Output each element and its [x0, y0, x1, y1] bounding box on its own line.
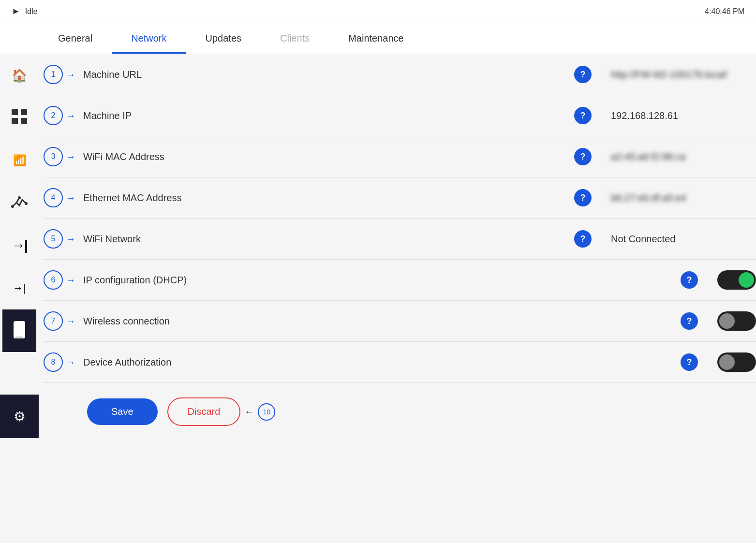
- wifi-mac-label: WiFi MAC Address: [83, 151, 574, 162]
- ethernet-mac-label: Ethernet MAC Address: [83, 192, 574, 204]
- machine-url-label: Machine URL: [83, 69, 574, 80]
- tabs-bar: General Network Updates Clients Maintena…: [0, 23, 756, 54]
- auth-toggle-track: [717, 352, 756, 372]
- auth-icon-slot: [2, 352, 36, 395]
- dhcp-icon: →|: [13, 282, 26, 294]
- wifi-icon-slot: 📶: [2, 139, 36, 182]
- auth-help[interactable]: ?: [681, 353, 698, 371]
- row-1-arrow: →: [66, 69, 75, 80]
- row-7-arrow: →: [66, 316, 75, 327]
- machine-url-value: http://FW-M2-100178.local/: [611, 69, 756, 80]
- wifi-network-icon-slot: →|: [2, 224, 36, 267]
- machine-url-row: 1 → Machine URL ? http://FW-M2-100178.lo…: [44, 54, 756, 95]
- wireless-toggle-thumb: [719, 313, 735, 329]
- dhcp-row: 6 → IP configuration (DHCP) ?: [44, 260, 756, 301]
- main-content: 🏠 📶: [0, 54, 756, 438]
- wireless-icon-slot: [2, 309, 36, 352]
- wifi-mac-row: 3 → WiFi MAC Address ? a2:45:a6:f2:98:ca: [44, 136, 756, 177]
- machine-ip-row: 2 → Machine IP ? 192.168.128.61: [44, 95, 756, 136]
- dhcp-toggle-track: [717, 270, 756, 290]
- wifi-network-help[interactable]: ?: [574, 230, 592, 248]
- machine-ip-label: Machine IP: [83, 110, 574, 121]
- machine-ip-help[interactable]: ?: [574, 107, 592, 124]
- row-5-arrow: →: [66, 234, 75, 245]
- row-3-arrow: →: [66, 151, 75, 162]
- svg-point-5: [25, 202, 28, 205]
- settings-rows: 1 → Machine URL ? http://FW-M2-100178.lo…: [39, 54, 756, 438]
- wireless-row: 7 → Wireless connection ?: [44, 301, 756, 342]
- row-7-number: 7: [44, 311, 63, 331]
- wifi-network-icon: →|: [12, 238, 27, 253]
- dhcp-help[interactable]: ?: [681, 271, 698, 289]
- discard-group: Discard ← 10: [167, 397, 276, 426]
- wifi-network-label: WiFi Network: [83, 234, 574, 245]
- discard-arrow-left: ←: [244, 406, 254, 417]
- wifi-network-row: 5 → WiFi Network ? Not Connected: [44, 219, 756, 260]
- idle-status: Idle: [25, 7, 38, 16]
- dhcp-icon-slot: →|: [2, 267, 36, 309]
- top-bar: ► Idle 4:40:46 PM: [0, 0, 756, 23]
- tab-clients: Clients: [261, 23, 329, 54]
- settings-icon: ⚙: [14, 409, 26, 425]
- row-8-number: 8: [44, 352, 63, 372]
- row-8-arrow: →: [66, 357, 75, 368]
- save-group: Save: [87, 398, 158, 425]
- move-icon-slot: [2, 97, 36, 139]
- ethernet-icon: [11, 193, 28, 213]
- dhcp-toggle-thumb: [739, 272, 754, 288]
- auth-row: 8 → Device Authorization ?: [44, 342, 756, 383]
- auth-toggle-thumb: [719, 354, 735, 370]
- dhcp-toggle[interactable]: [717, 270, 756, 290]
- ethernet-mac-value: b6:27:eb:df:a5:e4: [611, 192, 756, 204]
- wireless-bg-icon: [2, 309, 36, 352]
- svg-rect-0: [12, 109, 18, 115]
- ethernet-mac-help[interactable]: ?: [574, 189, 592, 206]
- wifi-mac-icon: 📶: [13, 154, 26, 167]
- wifi-mac-help[interactable]: ?: [574, 148, 592, 165]
- icon-column: 🏠 📶: [0, 54, 39, 438]
- discard-button[interactable]: Discard: [167, 397, 241, 426]
- row-5-number: 5: [44, 229, 63, 249]
- row-4-arrow: →: [66, 192, 75, 204]
- machine-url-help[interactable]: ?: [574, 66, 592, 83]
- settings-icon-slot: ⚙: [0, 395, 39, 438]
- svg-rect-2: [12, 118, 18, 124]
- wireless-toggle[interactable]: [717, 311, 756, 331]
- wireless-label: Wireless connection: [83, 316, 681, 327]
- tab-maintenance[interactable]: Maintenance: [329, 23, 423, 54]
- wireless-toggle-track: [717, 311, 756, 331]
- svg-point-4: [11, 205, 14, 208]
- move-icon: [11, 108, 28, 128]
- auth-label: Device Authorization: [83, 357, 681, 368]
- clock: 4:40:46 PM: [705, 7, 744, 16]
- ethernet-icon-slot: [2, 182, 36, 224]
- tab-updates[interactable]: Updates: [186, 23, 261, 54]
- row-6-number: 6: [44, 270, 63, 290]
- ethernet-mac-row: 4 → Ethernet MAC Address ? b6:27:eb:df:a…: [44, 177, 756, 219]
- tab-general[interactable]: General: [39, 23, 112, 54]
- play-icon: ►: [12, 6, 20, 16]
- discard-number: 10: [258, 403, 275, 421]
- row-1-number: 1: [44, 65, 63, 84]
- machine-ip-value: 192.168.128.61: [611, 110, 756, 121]
- row-4-number: 4: [44, 188, 63, 207]
- wireless-help[interactable]: ?: [681, 312, 698, 330]
- svg-rect-8: [15, 337, 23, 338]
- top-bar-left: ► Idle: [12, 6, 38, 16]
- dhcp-label: IP configuration (DHCP): [83, 275, 681, 286]
- wifi-network-value: Not Connected: [611, 234, 756, 245]
- tab-network[interactable]: Network: [112, 23, 186, 54]
- row-2-arrow: →: [66, 110, 75, 121]
- row-2-number: 2: [44, 106, 63, 125]
- auth-toggle[interactable]: [717, 352, 756, 372]
- bottom-buttons: Save Discard ← 10: [44, 383, 756, 436]
- svg-rect-7: [14, 321, 25, 338]
- save-button[interactable]: Save: [87, 398, 158, 425]
- home-icon-slot: 🏠: [2, 54, 36, 97]
- svg-rect-1: [21, 109, 27, 115]
- row-6-arrow: →: [66, 275, 75, 286]
- row-3-number: 3: [44, 147, 63, 166]
- svg-rect-3: [21, 118, 27, 124]
- wifi-mac-value: a2:45:a6:f2:98:ca: [611, 151, 756, 162]
- home-icon: 🏠: [12, 68, 27, 83]
